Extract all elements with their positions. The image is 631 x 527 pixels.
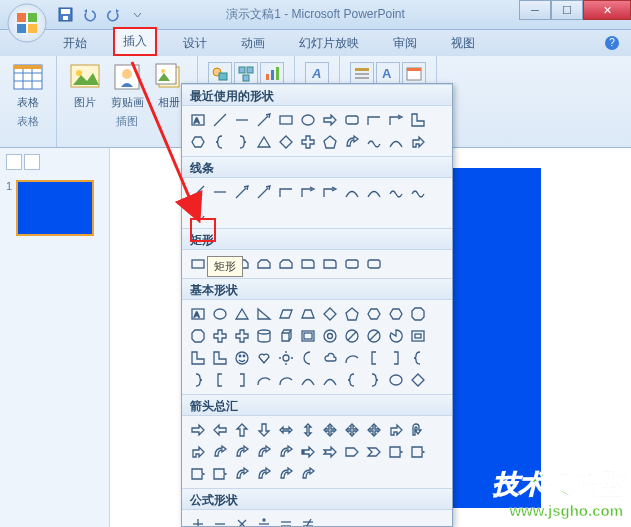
qat-redo-icon[interactable]: [102, 4, 124, 26]
shape-lbrace[interactable]: [342, 370, 362, 390]
shape-textbox[interactable]: A: [188, 304, 208, 324]
shape-bevel[interactable]: [298, 326, 318, 346]
shape-elbow[interactable]: [364, 110, 384, 130]
shape-oct[interactable]: [408, 304, 428, 324]
tab-review[interactable]: 审阅: [385, 31, 425, 56]
shape-rrect[interactable]: [364, 254, 384, 274]
shape-heart[interactable]: [254, 348, 274, 368]
thumbnail-1[interactable]: 1: [6, 180, 103, 236]
shape-udarrow[interactable]: [298, 420, 318, 440]
shape-curveR[interactable]: [298, 464, 318, 484]
shape-elbowA[interactable]: [386, 110, 406, 130]
shape-curve[interactable]: [298, 370, 318, 390]
shape-Lshape[interactable]: [210, 348, 230, 368]
shape-curveR[interactable]: [254, 442, 274, 462]
shape-textbox[interactable]: A: [188, 110, 208, 130]
shape-dia[interactable]: [276, 132, 296, 152]
tab-start[interactable]: 开始: [55, 31, 95, 56]
shape-rarrow[interactable]: [320, 110, 340, 130]
shape-quad[interactable]: [364, 420, 384, 440]
shape-hex[interactable]: [386, 304, 406, 324]
tab-anim[interactable]: 动画: [233, 31, 273, 56]
shape-sun[interactable]: [276, 348, 296, 368]
shape-line[interactable]: [188, 182, 208, 202]
shape-cloud[interactable]: [320, 348, 340, 368]
shape-bent[interactable]: [188, 442, 208, 462]
office-button[interactable]: [6, 2, 48, 44]
shape-curve[interactable]: [320, 370, 340, 390]
shape-uturn[interactable]: [408, 420, 428, 440]
qat-dropdown-icon[interactable]: [126, 4, 148, 26]
shape-free[interactable]: [364, 132, 384, 152]
shape-rtri[interactable]: [254, 304, 274, 324]
shape-block[interactable]: [364, 326, 384, 346]
shape-rbkt[interactable]: [386, 348, 406, 368]
shape-darrow[interactable]: [254, 420, 274, 440]
shape-rbkt[interactable]: [232, 370, 252, 390]
help-icon[interactable]: ?: [605, 36, 619, 50]
shape-min[interactable]: [210, 514, 230, 526]
shape-oval[interactable]: [210, 304, 230, 324]
clipart-button[interactable]: 剪贴画: [109, 60, 145, 110]
shape-snip2[interactable]: [254, 254, 274, 274]
shape-neq[interactable]: [298, 514, 318, 526]
shape-snip2[interactable]: [276, 254, 296, 274]
shape-elbowA[interactable]: [320, 182, 340, 202]
shape-plus[interactable]: [298, 132, 318, 152]
shape-elbowA[interactable]: [298, 182, 318, 202]
shape-striped[interactable]: [298, 442, 318, 462]
shape-plus[interactable]: [210, 326, 230, 346]
shape-pent[interactable]: [320, 132, 340, 152]
shape-eq[interactable]: [276, 514, 296, 526]
shape-Lshape[interactable]: [188, 348, 208, 368]
shape-dia[interactable]: [408, 370, 428, 390]
shape-oval[interactable]: [298, 110, 318, 130]
shape-rnd1[interactable]: [298, 254, 318, 274]
shape-lrarrow[interactable]: [276, 420, 296, 440]
shape-lineH[interactable]: [232, 110, 252, 130]
shape-curveR[interactable]: [254, 464, 274, 484]
shape-curveR[interactable]: [276, 442, 296, 462]
shape-bent[interactable]: [408, 132, 428, 152]
qat-save-icon[interactable]: [54, 4, 76, 26]
tab-slideshow[interactable]: 幻灯片放映: [291, 31, 367, 56]
shape-arrow[interactable]: [254, 182, 274, 202]
shape-plus[interactable]: [232, 326, 252, 346]
shape-callR[interactable]: [210, 464, 230, 484]
shape-chevron[interactable]: [364, 442, 384, 462]
shape-lbkt[interactable]: [364, 348, 384, 368]
shape-arrow[interactable]: [232, 182, 252, 202]
shape-arc[interactable]: [276, 370, 296, 390]
shape-tri[interactable]: [254, 132, 274, 152]
shape-rarrow[interactable]: [188, 420, 208, 440]
shape-curve[interactable]: [364, 182, 384, 202]
shape-lbrace[interactable]: [408, 348, 428, 368]
shape-free[interactable]: [386, 182, 406, 202]
shape-can[interactable]: [254, 326, 274, 346]
shape-curveR[interactable]: [342, 132, 362, 152]
shape-rrect[interactable]: [342, 254, 362, 274]
shape-lbkt[interactable]: [210, 370, 230, 390]
shape-curve[interactable]: [386, 132, 406, 152]
shape-rrect[interactable]: [342, 110, 362, 130]
shape-arc[interactable]: [254, 370, 274, 390]
shape-callR[interactable]: [408, 442, 428, 462]
shape-moon[interactable]: [298, 348, 318, 368]
shape-trap[interactable]: [298, 304, 318, 324]
shape-line[interactable]: [210, 110, 230, 130]
shape-pls[interactable]: [188, 514, 208, 526]
shape-rbrace[interactable]: [232, 132, 252, 152]
shape-rbrace[interactable]: [188, 370, 208, 390]
picture-button[interactable]: 图片: [67, 60, 103, 110]
shape-callR[interactable]: [386, 442, 406, 462]
shape-dia[interactable]: [320, 304, 340, 324]
shape-lbrace[interactable]: [210, 132, 230, 152]
qat-undo-icon[interactable]: [78, 4, 100, 26]
shape-pie[interactable]: [386, 326, 406, 346]
shape-para[interactable]: [276, 304, 296, 324]
minimize-button[interactable]: ─: [519, 0, 551, 20]
tab-insert[interactable]: 插入: [113, 27, 157, 56]
shape-curveR[interactable]: [210, 442, 230, 462]
shape-oct[interactable]: [188, 326, 208, 346]
shape-frame[interactable]: [408, 326, 428, 346]
